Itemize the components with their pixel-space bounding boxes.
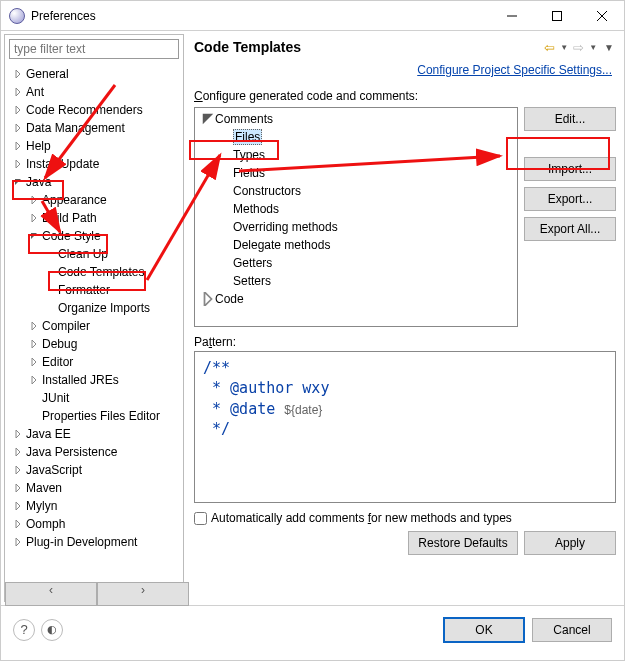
sidebar-item-code-style[interactable]: Code Style (5, 227, 183, 245)
template-item-comments[interactable]: Comments (199, 110, 513, 128)
nav-fwd-icon[interactable]: ⇨ (573, 40, 584, 55)
sidebar-item-compiler[interactable]: Compiler (5, 317, 183, 335)
pattern-textarea[interactable]: /** * @author wxy * @date ${date} */ (194, 351, 616, 503)
template-item-overriding-methods[interactable]: Overriding methods (199, 218, 513, 236)
sidebar-item-clean-up[interactable]: Clean Up (5, 245, 183, 263)
twisty-icon[interactable] (27, 337, 41, 351)
twisty-icon[interactable] (27, 229, 41, 243)
cancel-button[interactable]: Cancel (532, 618, 612, 642)
sidebar-item-formatter[interactable]: Formatter (5, 281, 183, 299)
sidebar-item-junit[interactable]: JUnit (5, 389, 183, 407)
sidebar-item-installed-jres[interactable]: Installed JREs (5, 371, 183, 389)
twisty-icon[interactable] (201, 112, 215, 126)
sidebar-item-ant[interactable]: Ant (5, 83, 183, 101)
twisty-icon[interactable] (11, 157, 25, 171)
twisty-icon[interactable] (11, 139, 25, 153)
apply-button[interactable]: Apply (524, 531, 616, 555)
sidebar-item-editor[interactable]: Editor (5, 353, 183, 371)
sidebar-item-java-ee[interactable]: Java EE (5, 425, 183, 443)
export-button[interactable]: Export... (524, 187, 616, 211)
import-button[interactable]: Import... (524, 157, 616, 181)
twisty-icon[interactable] (11, 445, 25, 459)
template-item-fields[interactable]: Fields (199, 164, 513, 182)
template-item-label: Overriding methods (233, 220, 338, 234)
template-item-delegate-methods[interactable]: Delegate methods (199, 236, 513, 254)
twisty-icon[interactable] (27, 409, 41, 423)
maximize-button[interactable] (534, 1, 579, 30)
sidebar-item-label: Clean Up (57, 247, 108, 261)
sidebar-item-install-update[interactable]: Install/Update (5, 155, 183, 173)
templates-tree[interactable]: CommentsFilesTypesFieldsConstructorsMeth… (194, 107, 518, 327)
minimize-button[interactable] (489, 1, 534, 30)
sidebar-item-debug[interactable]: Debug (5, 335, 183, 353)
sidebar-item-data-management[interactable]: Data Management (5, 119, 183, 137)
sidebar-item-build-path[interactable]: Build Path (5, 209, 183, 227)
twisty-icon[interactable] (43, 265, 57, 279)
twisty-icon[interactable] (11, 535, 25, 549)
filter-input[interactable] (9, 39, 179, 59)
template-item-getters[interactable]: Getters (199, 254, 513, 272)
close-button[interactable] (579, 1, 624, 30)
sidebar-hscroll[interactable]: ‹› (5, 585, 183, 601)
twisty-icon[interactable] (11, 481, 25, 495)
sidebar-item-help[interactable]: Help (5, 137, 183, 155)
twisty-icon[interactable] (27, 391, 41, 405)
twisty-icon[interactable] (11, 103, 25, 117)
edit-button[interactable]: Edit... (524, 107, 616, 131)
sidebar-item-java[interactable]: Java (5, 173, 183, 191)
twisty-icon[interactable] (11, 85, 25, 99)
twisty-icon[interactable] (11, 121, 25, 135)
sidebar-item-general[interactable]: General (5, 65, 183, 83)
twisty-icon[interactable] (27, 373, 41, 387)
sidebar-item-label: Debug (41, 337, 77, 351)
twisty-icon[interactable] (11, 175, 25, 189)
sidebar-item-mylyn[interactable]: Mylyn (5, 497, 183, 515)
nav-back-icon[interactable]: ⇦ (544, 40, 555, 55)
export-all-button[interactable]: Export All... (524, 217, 616, 241)
twisty-icon[interactable] (27, 193, 41, 207)
help-button[interactable]: ? (13, 619, 35, 641)
sidebar-item-javascript[interactable]: JavaScript (5, 461, 183, 479)
twisty-icon[interactable] (43, 301, 57, 315)
twisty-icon[interactable] (11, 517, 25, 531)
sidebar-item-plug-in-development[interactable]: Plug-in Development (5, 533, 183, 551)
template-item-types[interactable]: Types (199, 146, 513, 164)
view-menu-icon[interactable]: ▼ (604, 42, 614, 53)
twisty-icon[interactable] (43, 283, 57, 297)
twisty-icon[interactable] (11, 67, 25, 81)
sidebar-item-properties-files-editor[interactable]: Properties Files Editor (5, 407, 183, 425)
template-item-code[interactable]: Code (199, 290, 513, 308)
sidebar-item-appearance[interactable]: Appearance (5, 191, 183, 209)
sidebar-item-label: JavaScript (25, 463, 82, 477)
title-bar: Preferences (1, 1, 624, 31)
nav-fwd-drop[interactable]: ▼ (589, 43, 597, 52)
twisty-icon[interactable] (11, 499, 25, 513)
twisty-icon[interactable] (11, 427, 25, 441)
twisty-icon[interactable] (27, 211, 41, 225)
template-item-files[interactable]: Files (199, 128, 513, 146)
twisty-icon[interactable] (43, 247, 57, 261)
twisty-icon[interactable] (11, 463, 25, 477)
import-export-button[interactable]: ◐ (41, 619, 63, 641)
twisty-icon[interactable] (27, 319, 41, 333)
sidebar-item-oomph[interactable]: Oomph (5, 515, 183, 533)
template-item-methods[interactable]: Methods (199, 200, 513, 218)
sidebar-item-code-recommenders[interactable]: Code Recommenders (5, 101, 183, 119)
template-item-constructors[interactable]: Constructors (199, 182, 513, 200)
auto-comments-checkbox[interactable] (194, 512, 207, 525)
sidebar-item-maven[interactable]: Maven (5, 479, 183, 497)
twisty-icon[interactable] (27, 355, 41, 369)
svg-rect-1 (552, 11, 561, 20)
sidebar-item-java-persistence[interactable]: Java Persistence (5, 443, 183, 461)
sidebar-item-label: Install/Update (25, 157, 99, 171)
nav-back-drop[interactable]: ▼ (560, 43, 568, 52)
project-settings-link[interactable]: Configure Project Specific Settings... (417, 63, 612, 77)
template-item-setters[interactable]: Setters (199, 272, 513, 290)
restore-defaults-button[interactable]: Restore Defaults (408, 531, 518, 555)
sidebar-item-code-templates[interactable]: Code Templates (5, 263, 183, 281)
ok-button[interactable]: OK (444, 618, 524, 642)
sidebar-item-label: Build Path (41, 211, 97, 225)
preferences-tree[interactable]: GeneralAntCode RecommendersData Manageme… (5, 63, 183, 585)
twisty-icon[interactable] (201, 292, 215, 306)
sidebar-item-organize-imports[interactable]: Organize Imports (5, 299, 183, 317)
